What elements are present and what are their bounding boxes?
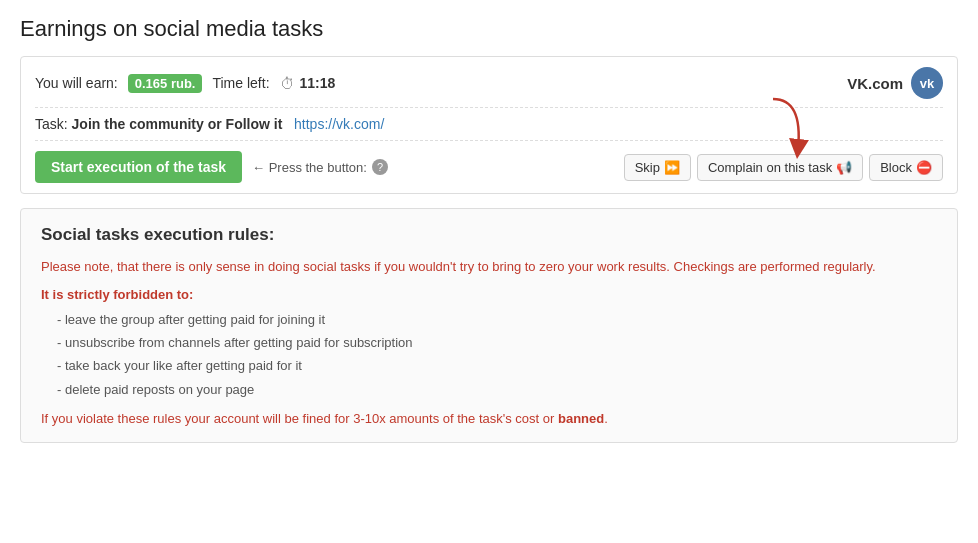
action-right: Skip ⏩ Complain on this task 📢 Block ⛔	[624, 154, 943, 181]
press-hint-text: ← Press the button:	[252, 160, 367, 175]
rules-warning: If you violate these rules your account …	[41, 411, 937, 426]
platform-logo: vk	[911, 67, 943, 99]
rules-note: Please note, that there is only sense in…	[41, 257, 937, 277]
complain-button[interactable]: Complain on this task 📢	[697, 154, 863, 181]
task-description: Join the community or Follow it	[72, 116, 283, 132]
platform-info: VK.com vk	[847, 67, 943, 99]
rules-forbidden-title: It is strictly forbidden to:	[41, 287, 937, 302]
vk-icon: vk	[920, 76, 934, 91]
task-link[interactable]: https://vk.com/	[294, 116, 384, 132]
list-item: - leave the group after getting paid for…	[57, 308, 937, 331]
time-value: 11:18	[300, 75, 336, 91]
action-left: Start execution of the task ← Press the …	[35, 151, 388, 183]
block-icon: ⛔	[916, 160, 932, 175]
earn-label: You will earn:	[35, 75, 118, 91]
rules-list: - leave the group after getting paid for…	[57, 308, 937, 402]
complain-label: Complain on this task	[708, 160, 832, 175]
rules-title: Social tasks execution rules:	[41, 225, 937, 245]
list-item: - take back your like after getting paid…	[57, 354, 937, 377]
skip-label: Skip	[635, 160, 660, 175]
rules-warning-banned: banned	[558, 411, 604, 426]
task-row: Task: Join the community or Follow it ht…	[35, 108, 943, 141]
time-left: ⏱ 11:18	[280, 75, 336, 92]
list-item: - unsubscribe from channels after gettin…	[57, 331, 937, 354]
block-label: Block	[880, 160, 912, 175]
action-row: Start execution of the task ← Press the …	[35, 141, 943, 183]
megaphone-icon: 📢	[836, 160, 852, 175]
earn-row: You will earn: 0.165 rub. Time left: ⏱ 1…	[35, 67, 943, 108]
task-prefix: Task:	[35, 116, 68, 132]
skip-icon: ⏩	[664, 160, 680, 175]
block-button[interactable]: Block ⛔	[869, 154, 943, 181]
time-label: Time left:	[212, 75, 269, 91]
help-icon[interactable]: ?	[372, 159, 388, 175]
earn-badge: 0.165 rub.	[128, 74, 203, 93]
rules-box: Social tasks execution rules: Please not…	[20, 208, 958, 443]
skip-button[interactable]: Skip ⏩	[624, 154, 691, 181]
page-title: Earnings on social media tasks	[20, 16, 958, 42]
clock-icon: ⏱	[280, 75, 295, 92]
top-panel: You will earn: 0.165 rub. Time left: ⏱ 1…	[20, 56, 958, 194]
platform-label: VK.com	[847, 75, 903, 92]
list-item: - delete paid reposts on your page	[57, 378, 937, 401]
press-hint: ← Press the button: ?	[252, 159, 388, 175]
start-execution-button[interactable]: Start execution of the task	[35, 151, 242, 183]
earn-left: You will earn: 0.165 rub. Time left: ⏱ 1…	[35, 74, 335, 93]
